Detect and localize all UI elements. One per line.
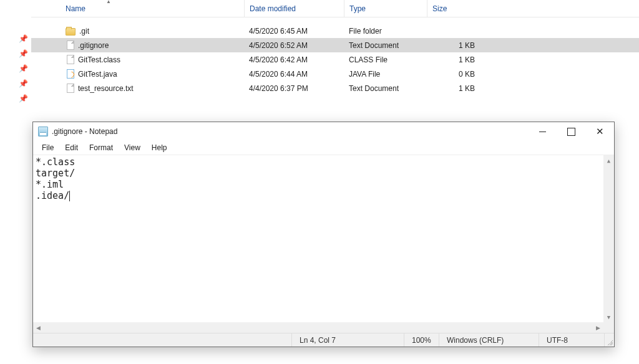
file-name: .git	[79, 27, 89, 36]
folder-icon	[66, 28, 76, 36]
file-name-cell: .gitignore	[66, 41, 244, 50]
notepad-statusbar: Ln 4, Col 7 100% Windows (CRLF) UTF-8	[33, 333, 614, 347]
file-name-cell: GitTest.class	[66, 55, 244, 64]
maximize-button[interactable]	[557, 122, 585, 141]
editor-area: *.class target/ *.iml .idea/ ▲ ▼ ◀ ▶	[33, 155, 614, 333]
text-editor[interactable]: *.class target/ *.iml .idea/ ▲ ▼	[33, 155, 614, 322]
file-type-cell: JAVA File	[344, 70, 427, 79]
file-name-cell: .git	[66, 27, 244, 36]
horizontal-scrollbar[interactable]: ◀ ▶	[33, 322, 614, 333]
file-icon	[67, 55, 74, 64]
column-header-date[interactable]: Date modified	[244, 0, 344, 17]
file-explorer-list: 📌 📌 📌 📌 📌 Name ▲ Date modified Type Size…	[31, 0, 639, 112]
file-name-cell: GitTest.java	[66, 69, 244, 79]
minimize-button[interactable]	[528, 122, 557, 141]
status-line-ending: Windows (CRLF)	[439, 333, 539, 347]
file-date-cell: 4/5/2020 6:52 AM	[244, 41, 344, 50]
file-row[interactable]: .git4/5/2020 6:45 AMFile folder	[31, 24, 639, 38]
pin-icon: 📌	[19, 94, 28, 103]
file-row[interactable]: GitTest.class4/5/2020 6:42 AMCLASS File1…	[31, 52, 639, 67]
file-size-cell: 1 KB	[427, 84, 486, 93]
file-size-cell: 1 KB	[427, 41, 486, 50]
file-type-cell: CLASS File	[344, 55, 427, 64]
status-zoom: 100%	[404, 333, 439, 347]
column-header-label: Size	[432, 4, 447, 13]
window-controls: ✕	[528, 122, 614, 141]
pin-icon: 📌	[19, 49, 28, 58]
pin-icon: 📌	[19, 79, 28, 88]
file-name: .gitignore	[78, 41, 109, 50]
file-rows: .git4/5/2020 6:45 AMFile folder.gitignor…	[31, 24, 639, 95]
file-date-cell: 4/4/2020 6:37 PM	[244, 84, 344, 93]
text-cursor	[69, 191, 70, 201]
file-date-cell: 4/5/2020 6:42 AM	[244, 55, 344, 64]
sort-ascending-icon: ▲	[106, 0, 111, 4]
column-header-label: Date modified	[250, 4, 296, 13]
file-type-cell: Text Document	[344, 41, 427, 50]
column-headers: Name ▲ Date modified Type Size	[31, 0, 639, 17]
file-size-cell: 1 KB	[427, 55, 486, 64]
scroll-down-icon[interactable]: ▼	[603, 312, 614, 322]
file-date-cell: 4/5/2020 6:45 AM	[244, 27, 344, 36]
close-button[interactable]: ✕	[585, 122, 614, 141]
menu-format[interactable]: Format	[84, 142, 118, 153]
status-cursor-position: Ln 4, Col 7	[291, 333, 404, 347]
quick-access-pins: 📌 📌 📌 📌 📌	[19, 34, 28, 103]
file-type-cell: File folder	[344, 27, 427, 36]
column-header-size[interactable]: Size	[427, 0, 486, 17]
file-row[interactable]: .gitignore4/5/2020 6:52 AMText Document1…	[31, 38, 639, 52]
resize-grip[interactable]	[604, 333, 614, 347]
pin-icon: 📌	[19, 64, 28, 73]
vertical-scrollbar[interactable]: ▲ ▼	[603, 155, 614, 322]
menu-view[interactable]: View	[119, 142, 145, 153]
menu-help[interactable]: Help	[147, 142, 172, 153]
window-title: .gitignore - Notepad	[52, 127, 117, 136]
column-header-label: Name	[66, 4, 85, 13]
file-row[interactable]: test_resource.txt4/4/2020 6:37 PMText Do…	[31, 81, 639, 95]
file-name-cell: test_resource.txt	[66, 84, 244, 93]
column-header-name[interactable]: Name ▲	[66, 0, 244, 17]
column-header-label: Type	[349, 4, 366, 13]
notepad-titlebar[interactable]: .gitignore - Notepad ✕	[33, 122, 614, 141]
notepad-icon	[38, 127, 48, 136]
file-name: GitTest.java	[78, 70, 117, 79]
notepad-menubar: File Edit Format View Help	[33, 141, 614, 155]
scrollbar-corner	[603, 322, 614, 333]
status-encoding: UTF-8	[539, 333, 604, 347]
pin-icon: 📌	[19, 34, 28, 43]
scroll-right-icon[interactable]: ▶	[593, 322, 603, 333]
file-name: GitTest.class	[78, 55, 120, 64]
menu-file[interactable]: File	[37, 142, 59, 153]
menu-edit[interactable]: Edit	[60, 142, 83, 153]
file-type-cell: Text Document	[344, 84, 427, 93]
file-date-cell: 4/5/2020 6:44 AM	[244, 70, 344, 79]
java-file-icon	[67, 69, 74, 79]
notepad-window: .gitignore - Notepad ✕ File Edit Format …	[32, 122, 615, 347]
file-icon	[67, 84, 74, 93]
column-header-type[interactable]: Type	[344, 0, 427, 17]
file-row[interactable]: GitTest.java4/5/2020 6:44 AMJAVA File0 K…	[31, 67, 639, 81]
scroll-left-icon[interactable]: ◀	[33, 322, 44, 333]
scroll-up-icon[interactable]: ▲	[603, 155, 614, 166]
file-size-cell: 0 KB	[427, 70, 486, 79]
file-icon	[67, 41, 74, 50]
file-name: test_resource.txt	[78, 84, 134, 93]
